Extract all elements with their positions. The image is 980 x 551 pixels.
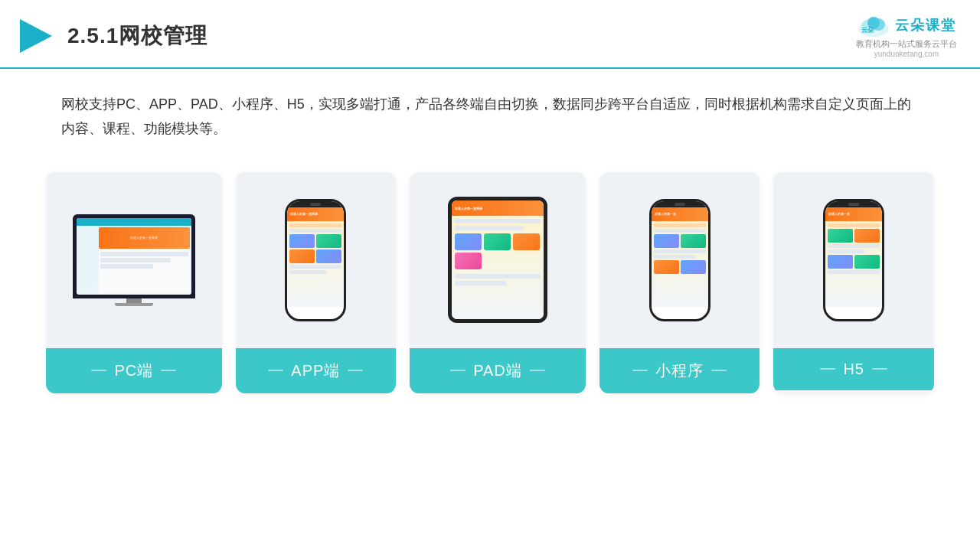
card-h5-label: H5 (773, 348, 934, 390)
card-pc-image: 职通人的第一堂网课 (46, 172, 222, 348)
svg-marker-0 (20, 19, 52, 53)
card-h5: 职通人的第一堂 (773, 172, 934, 393)
label-line-left (632, 370, 648, 371)
pc-mockup: 职通人的第一堂网课 (73, 214, 195, 306)
description-text: 网校支持PC、APP、PAD、小程序、H5，实现多端打通，产品各终端自由切换，数… (0, 69, 980, 149)
label-line-left (820, 368, 835, 370)
logo-text: 云朵课堂 (895, 16, 956, 34)
card-pc-label: PC端 (46, 348, 222, 393)
label-line-right (161, 370, 176, 371)
card-miniapp-image: 职通人的第一堂 (599, 172, 760, 348)
logo-area: 云朵 云朵课堂 教育机构一站式服务云平台 yunduoketang.com (856, 14, 957, 58)
miniapp-phone-mockup: 职通人的第一堂 (649, 199, 710, 321)
logo-cloud: 云朵 云朵课堂 (857, 14, 956, 37)
card-app-image: 职通人的第一堂网课 (236, 172, 397, 348)
page-title: 2.5.1网校管理 (67, 21, 207, 51)
card-miniapp: 职通人的第一堂 (599, 172, 760, 393)
card-pad-image: 职通人的第一堂网课 (410, 172, 586, 348)
pad-mockup: 职通人的第一堂网课 (448, 197, 547, 323)
app-phone-mockup: 职通人的第一堂网课 (285, 199, 346, 321)
card-pad: 职通人的第一堂网课 (410, 172, 586, 393)
label-line-right (711, 370, 727, 371)
label-line-right (530, 370, 545, 371)
card-pad-label: PAD端 (410, 348, 586, 393)
label-line-right (872, 368, 887, 370)
label-line-left (91, 370, 106, 371)
label-line-right (348, 370, 363, 371)
h5-phone-mockup: 职通人的第一堂 (823, 199, 884, 321)
play-icon (15, 16, 55, 56)
logo-sub: 教育机构一站式服务云平台 (856, 38, 957, 50)
card-pc: 职通人的第一堂网课 (46, 172, 222, 393)
card-app-label: APP端 (236, 348, 397, 393)
svg-text:云朵: 云朵 (861, 27, 874, 34)
card-app: 职通人的第一堂网课 (236, 172, 397, 393)
label-line-left (268, 370, 283, 371)
card-miniapp-label: 小程序 (599, 348, 760, 393)
header-left: 2.5.1网校管理 (15, 16, 207, 56)
cards-container: 职通人的第一堂网课 (0, 149, 980, 416)
label-line-left (450, 370, 466, 371)
card-h5-image: 职通人的第一堂 (773, 172, 934, 348)
logo-url: yunduoketang.com (874, 50, 939, 58)
cloud-icon: 云朵 (857, 14, 890, 37)
header: 2.5.1网校管理 云朵 云朵课堂 教育机构一站式服务云平台 yunduoket… (0, 0, 980, 69)
